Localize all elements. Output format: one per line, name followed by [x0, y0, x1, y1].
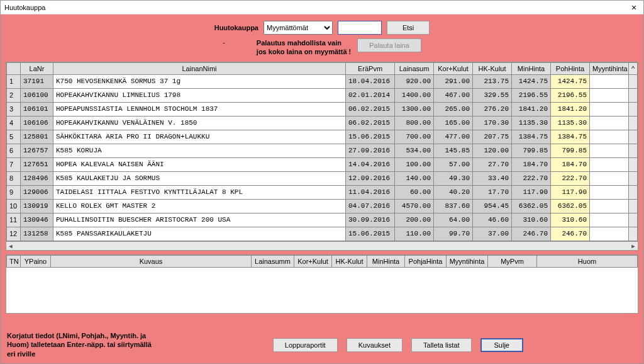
table-row[interactable]: 2106100HOPEAKAHVIKANNU LIMNELIUS 179802.… — [7, 88, 638, 102]
vscroll-up-icon[interactable]: ^ — [629, 62, 638, 74]
return-warning: Palautus mahdollista vain jos koko laina… — [257, 38, 351, 57]
col-rownum — [7, 62, 21, 74]
col-minhinta[interactable]: MinHinta — [512, 62, 551, 74]
table-row[interactable]: 9129006TAIDELASI IITTALA FESTIVO KYNTTIL… — [7, 185, 638, 199]
filter-label: Huutokauppa — [214, 24, 258, 31]
col-lainasum[interactable]: Lainasum — [395, 62, 434, 74]
table-row[interactable]: 6126757K585 KORUJA27.09.2016534.00145.85… — [7, 144, 638, 157]
col2-minhinta[interactable]: MinHinta — [367, 255, 405, 267]
col-korkulut[interactable]: Kor+Kulut — [434, 62, 473, 74]
col2-hkkulut[interactable]: HK-Kulut — [332, 255, 367, 267]
return-loan-button[interactable]: Palauta laina — [357, 38, 421, 52]
final-reports-button[interactable]: Loppuraportit — [273, 338, 338, 352]
col2-kuvaus[interactable]: Kuvaus — [51, 255, 252, 267]
table-row[interactable]: 7127651HOPEA KALEVALA NAISEN ÄÄNI14.04.2… — [7, 157, 638, 171]
col-lanr[interactable]: LaNr — [21, 62, 53, 74]
detail-table: TN YPaino Kuvaus Lainasumm Kor+Kulut HK-… — [6, 255, 638, 268]
close-button[interactable]: Sulje — [480, 338, 523, 352]
table-row[interactable]: 11130946PUHALLINSOITIN BUESCHER ARISTOCR… — [7, 213, 638, 227]
main-table-header: LaNr LainanNimi EräPvm Lainasum Kor+Kulu… — [7, 62, 638, 74]
col2-korkulut[interactable]: Kor+Kulut — [294, 255, 332, 267]
footer-buttons: Loppuraportit Kuvaukset Talleta listat S… — [159, 338, 637, 352]
table-row[interactable]: 3106101HOPEAPUNSSIASTIA LENNHOLM STOCHOL… — [7, 102, 638, 116]
col2-tn[interactable]: TN — [7, 255, 21, 267]
col2-pohjahinta[interactable]: PohjaHinta — [405, 255, 447, 267]
detail-table-empty — [6, 268, 638, 313]
save-lists-button[interactable]: Talleta listat — [411, 338, 471, 352]
main-table-wrap: LaNr LainanNimi EräPvm Lainasum Kor+Kulu… — [6, 62, 638, 251]
footer: Korjatut tiedot (LNimi, Pohjah., Myyntih… — [6, 329, 638, 358]
detail-table-header: TN YPaino Kuvaus Lainasumm Kor+Kulut HK-… — [7, 255, 638, 267]
main-table: LaNr LainanNimi EräPvm Lainasum Kor+Kulu… — [6, 62, 638, 241]
titlebar: Huutokauppa × — [1, 1, 643, 14]
detail-table-wrap: TN YPaino Kuvaus Lainasumm Kor+Kulut HK-… — [6, 254, 638, 314]
scroll-right-icon[interactable]: ► — [629, 242, 638, 250]
footer-note: Korjatut tiedot (LNimi, Pohjah., Myyntih… — [7, 331, 152, 358]
col2-lainasumm[interactable]: Lainasumm — [252, 255, 294, 267]
search-input[interactable] — [338, 21, 382, 35]
window: Huutokauppa × Huutokauppa Myymättömät Et… — [0, 0, 644, 364]
close-icon[interactable]: × — [628, 2, 640, 13]
col2-mypvm[interactable]: MyPvm — [488, 255, 537, 267]
col-myyntihinta[interactable]: Myyntihinta — [590, 62, 629, 74]
filter-select[interactable]: Myymättömät — [264, 21, 333, 35]
col-erapvm[interactable]: EräPvm — [346, 62, 395, 74]
table-row[interactable]: 5125801SÄHKÖKITARA ARIA PRO II DRAGON+LA… — [7, 130, 638, 144]
table-row[interactable]: 12131258K585 PANSSARIKAULAKETJU15.06.201… — [7, 227, 638, 241]
return-row: - Palautus mahdollista vain jos koko lai… — [6, 38, 638, 59]
marker: - — [223, 38, 225, 46]
window-title: Huutokauppa — [4, 4, 45, 11]
col-pohhinta[interactable]: PohHinta — [551, 62, 590, 74]
col-lainannimi[interactable]: LainanNimi — [53, 62, 346, 74]
table-row[interactable]: 4106106HOPEAKAHVIKANNU VENÄLÄINEN V. 185… — [7, 116, 638, 130]
col2-ypaino[interactable]: YPaino — [21, 255, 51, 267]
main-table-hscroll[interactable]: ◄ ► — [6, 241, 638, 250]
tables-area: LaNr LainanNimi EräPvm Lainasum Kor+Kulu… — [6, 62, 638, 327]
col2-myyntihinta[interactable]: Myyntihinta — [447, 255, 488, 267]
table-row[interactable]: 10130919KELLO ROLEX GMT MASTER 204.07.20… — [7, 199, 638, 213]
descriptions-button[interactable]: Kuvaukset — [347, 338, 402, 352]
main-table-body: 137191K750 HEVOSENKENKÄ SORMUS 37 1g18.0… — [7, 74, 638, 241]
table-row[interactable]: 137191K750 HEVOSENKENKÄ SORMUS 37 1g18.0… — [7, 74, 638, 88]
filter-row: Huutokauppa Myymättömät Etsi — [6, 20, 638, 36]
table-row[interactable]: 8128496K585 KAULAKETJU JA SORMUS12.09.20… — [7, 171, 638, 185]
content-area: Huutokauppa Myymättömät Etsi - Palautus … — [1, 14, 643, 363]
scroll-left-icon[interactable]: ◄ — [6, 242, 15, 250]
search-button[interactable]: Etsi — [387, 21, 430, 35]
col-hkkulut[interactable]: HK-Kulut — [473, 62, 512, 74]
col2-huom[interactable]: Huom — [537, 255, 638, 267]
